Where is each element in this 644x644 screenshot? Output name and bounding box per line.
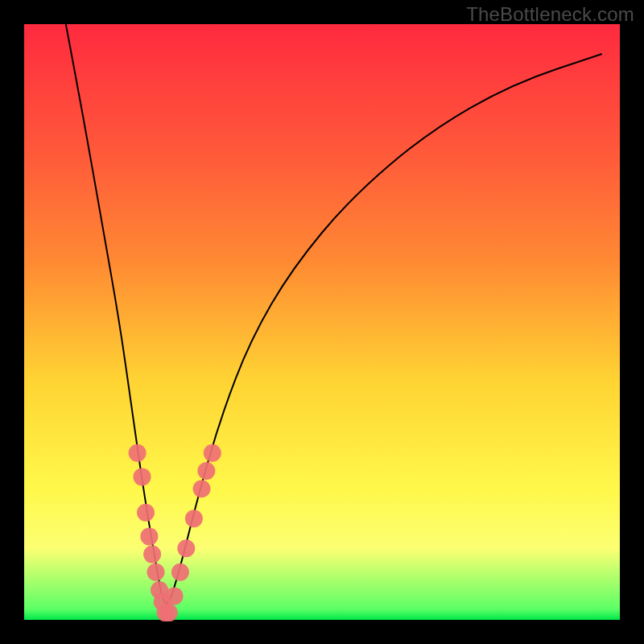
plot-area [24, 24, 620, 620]
marker-dot [177, 539, 195, 557]
marker-dot [134, 468, 151, 485]
watermark-text: TheBottleneck.com [466, 3, 634, 26]
marker-dot [171, 564, 189, 581]
marker-dot [140, 527, 158, 545]
marker-dot [193, 480, 211, 497]
marker-dot [204, 444, 221, 462]
chart-frame: TheBottleneck.com [0, 0, 644, 644]
marker-dot [185, 510, 203, 527]
marker-dot [166, 587, 184, 605]
marker-dot [129, 444, 147, 462]
marker-dot [147, 564, 165, 581]
marker-dot [197, 462, 215, 480]
marker-dot [137, 504, 155, 522]
marker-dot [143, 546, 161, 564]
curve-svg [24, 24, 620, 620]
marker-dot [160, 604, 178, 621]
right-arm-markers [160, 444, 221, 621]
